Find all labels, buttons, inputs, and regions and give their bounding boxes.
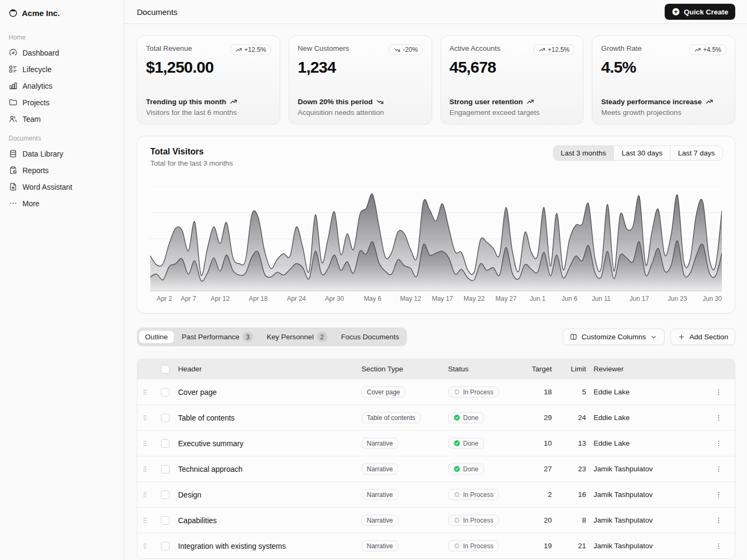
section-type-badge[interactable]: Narrative	[361, 463, 398, 475]
reviewer-value[interactable]: Jamik Tashpulatov	[594, 516, 707, 524]
section-type-badge[interactable]: Cover page	[361, 386, 405, 398]
row-checkbox[interactable]	[161, 439, 170, 448]
drag-handle[interactable]	[137, 440, 157, 447]
limit-value[interactable]: 8	[559, 516, 594, 524]
limit-value[interactable]: 16	[559, 491, 594, 499]
card-footer-main: Steady performance increase	[601, 98, 702, 106]
range-last-3-months[interactable]: Last 3 months	[553, 146, 614, 160]
range-last-7-days[interactable]: Last 7 days	[670, 146, 722, 160]
sidebar-item-reports[interactable]: Reports	[4, 162, 119, 178]
tab-outline[interactable]: Outline	[138, 330, 174, 344]
card-new-customers: New Customers -20% 1,234 Down 20% this p…	[289, 35, 432, 125]
quick-create-button[interactable]: Quick Create	[665, 4, 735, 20]
drag-handle[interactable]	[137, 542, 157, 550]
sidebar-item-dashboard[interactable]: Dashboard	[4, 44, 119, 61]
reviewer-value[interactable]: Jamik Tashpulatov	[594, 465, 707, 473]
target-value[interactable]: 27	[527, 465, 559, 473]
limit-value[interactable]: 5	[559, 388, 594, 396]
trending-up-icon	[526, 98, 534, 106]
column-reviewer[interactable]: Reviewer	[594, 365, 707, 373]
target-value[interactable]: 2	[527, 491, 559, 499]
table-row: Executive summary Narrative Done 10 13 E…	[137, 430, 735, 456]
row-menu-button[interactable]	[707, 414, 735, 422]
x-tick-label: Apr 30	[325, 295, 344, 302]
column-target[interactable]: Target	[527, 365, 559, 373]
row-header-link[interactable]: Cover page	[178, 388, 361, 396]
target-value[interactable]: 19	[527, 542, 559, 550]
dots-vertical-icon	[714, 491, 723, 499]
row-header-link[interactable]: Technical approach	[178, 465, 361, 473]
row-header-link[interactable]: Design	[178, 491, 361, 499]
tab-focus-documents[interactable]: Focus Documents	[335, 330, 406, 344]
limit-value[interactable]: 21	[559, 542, 594, 550]
row-menu-button[interactable]	[707, 516, 735, 525]
target-value[interactable]: 10	[527, 439, 559, 447]
reviewer-value[interactable]: Jamik Tashpulatov	[594, 491, 707, 499]
sidebar-item-label: Lifecycle	[22, 65, 51, 74]
drag-handle[interactable]	[137, 491, 157, 499]
row-menu-button[interactable]	[707, 465, 735, 473]
customize-columns-button[interactable]: Customize Columns	[563, 329, 665, 345]
row-menu-button[interactable]	[707, 388, 735, 396]
row-checkbox[interactable]	[161, 388, 170, 396]
sidebar-item-analytics[interactable]: Analytics	[4, 77, 119, 94]
section-type-badge[interactable]: Table of contents	[361, 412, 421, 423]
row-checkbox[interactable]	[161, 516, 170, 525]
range-last-30-days[interactable]: Last 30 days	[613, 146, 670, 160]
card-value: 1,234	[298, 58, 423, 76]
add-section-button[interactable]: Add Section	[671, 329, 735, 345]
section-type-badge[interactable]: Narrative	[361, 515, 398, 526]
row-checkbox[interactable]	[161, 465, 170, 473]
sidebar-item-label: Reports	[22, 166, 49, 175]
sidebar-item-projects[interactable]: Projects	[4, 94, 119, 111]
target-value[interactable]: 29	[527, 414, 559, 422]
row-checkbox[interactable]	[161, 491, 170, 499]
trend-badge: -20%	[389, 44, 422, 55]
column-header[interactable]: Header	[178, 365, 361, 373]
section-type-badge[interactable]: Narrative	[361, 489, 398, 500]
reviewer-value[interactable]: Eddie Lake	[594, 388, 707, 396]
drag-handle[interactable]	[137, 414, 157, 422]
tab-key-personnel[interactable]: Key Personnel2	[260, 329, 334, 345]
sidebar-item-more[interactable]: More	[4, 195, 119, 212]
sidebar-item-lifecycle[interactable]: Lifecycle	[4, 61, 119, 77]
area-chart[interactable]: Apr 2Apr 7Apr 12Apr 18Apr 24Apr 30May 6M…	[150, 186, 722, 306]
workspace-switcher[interactable]: Acme Inc.	[4, 3, 119, 23]
limit-value[interactable]: 24	[559, 414, 594, 422]
column-status[interactable]: Status	[448, 365, 527, 373]
select-all-checkbox[interactable]	[161, 365, 170, 374]
row-header-link[interactable]: Executive summary	[178, 439, 361, 448]
card-footer-sub: Meets growth projections	[601, 108, 726, 116]
row-header-link[interactable]: Capabilities	[178, 516, 361, 525]
drag-handle[interactable]	[137, 465, 157, 473]
row-menu-button[interactable]	[707, 542, 735, 550]
section-type-badge[interactable]: Narrative	[361, 438, 398, 449]
column-limit[interactable]: Limit	[559, 365, 594, 373]
sidebar-item-word-assistant[interactable]: Word Assistant	[4, 178, 119, 195]
row-header-link[interactable]: Table of contents	[178, 414, 361, 422]
reviewer-value[interactable]: Jamik Tashpulatov	[594, 542, 707, 550]
row-menu-button[interactable]	[707, 439, 735, 448]
file-word-icon	[9, 182, 18, 191]
tab-past-performance[interactable]: Past Performance3	[175, 329, 259, 345]
card-footer-sub: Visitors for the last 6 months	[146, 108, 271, 116]
limit-value[interactable]: 13	[559, 439, 594, 447]
row-checkbox[interactable]	[161, 542, 170, 550]
limit-value[interactable]: 23	[559, 465, 594, 473]
reviewer-value[interactable]: Eddie Lake	[594, 414, 707, 422]
target-value[interactable]: 20	[527, 516, 559, 524]
drag-handle[interactable]	[137, 388, 157, 396]
section-type-badge[interactable]: Narrative	[361, 540, 398, 551]
card-value: $1,250.00	[146, 58, 271, 76]
drag-handle[interactable]	[137, 517, 157, 524]
reviewer-value[interactable]: Eddie Lake	[594, 439, 707, 447]
sidebar-item-team[interactable]: Team	[4, 111, 119, 127]
row-checkbox[interactable]	[161, 414, 170, 422]
x-tick-label: Apr 18	[249, 295, 267, 302]
column-section-type[interactable]: Section Type	[361, 365, 448, 373]
target-value[interactable]: 18	[527, 388, 559, 396]
sidebar-item-data-library[interactable]: Data Library	[4, 145, 119, 162]
x-tick-label: Jun 1	[530, 295, 545, 302]
row-menu-button[interactable]	[707, 491, 735, 499]
row-header-link[interactable]: Integration with existing systems	[178, 542, 361, 550]
